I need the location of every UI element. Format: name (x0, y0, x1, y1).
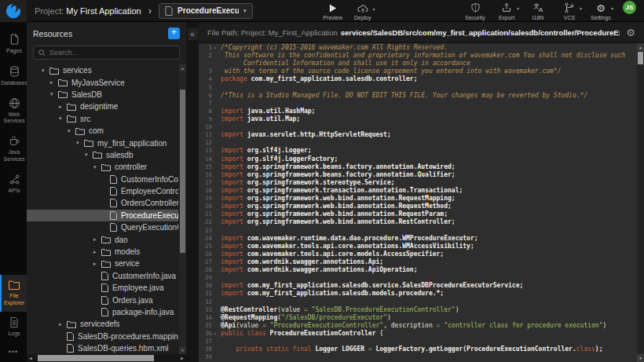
tree-item-models[interactable]: ▸models (27, 246, 178, 258)
code-line[interactable]: 19import org.springframework.web.bind.an… (199, 195, 644, 203)
chevron-down-icon[interactable]: ▾ (42, 68, 49, 74)
code-line[interactable]: 33@RestController(value = "SalesDB.Proce… (199, 306, 644, 314)
code-line[interactable]: 13import org.slf4j.Logger; (199, 147, 644, 155)
panel-splitter[interactable]: « (186, 22, 199, 362)
code-line[interactable]: 22import org.springframework.web.bind.an… (199, 218, 644, 226)
chevron-right-icon[interactable]: ▸ (93, 261, 101, 267)
tree-item-controller[interactable]: ▾controller (27, 161, 178, 173)
code-line[interactable]: 29 (199, 274, 644, 282)
tree-item-my-first-application[interactable]: ▾my_first_application (27, 137, 178, 148)
chevron-down-icon[interactable]: ▾ (68, 128, 75, 134)
tree-vertical-scrollbar[interactable]: ▲ ▼ (179, 64, 186, 354)
settings-button[interactable]: ⚙ Settings ▾ (588, 1, 613, 20)
scroll-down-icon[interactable]: ▼ (179, 346, 186, 354)
security-button[interactable]: Security (463, 1, 488, 20)
sidebar-item-logs[interactable]: Logs (0, 312, 27, 343)
user-avatar[interactable]: JS (623, 1, 636, 14)
code-line[interactable]: 37 (199, 338, 644, 346)
chevron-right-icon[interactable]: ▸ (93, 236, 101, 243)
code-line[interactable]: 32 (199, 298, 644, 306)
deploy-button[interactable]: Deploy ▾ (350, 2, 375, 20)
code-line[interactable]: 31import com.my_first_application.salesd… (199, 290, 644, 298)
tree-item-procedureexecutioncontroller-java[interactable]: ProcedureExecutionController.java (27, 210, 178, 221)
sidebar-item-web-services[interactable]: Web Services (0, 93, 27, 131)
tree-item-salesdb[interactable]: ▾salesdb (27, 149, 178, 161)
code-line[interactable]: 28import com.wordnik.swagger.annotations… (199, 266, 644, 274)
scroll-right-icon[interactable]: ▶ (178, 354, 186, 362)
code-line[interactable]: 7 (199, 100, 644, 108)
sidebar-item-databases[interactable]: Databases (0, 60, 27, 93)
tree-item-orders-java[interactable]: Orders.java (27, 294, 178, 305)
code-line[interactable]: 24import com.wavemaker.runtime.data.dao.… (199, 235, 644, 243)
chevron-right-icon[interactable]: ▸ (59, 321, 67, 327)
code-line[interactable]: 2 This software is the confidential and … (199, 52, 644, 60)
add-resource-button[interactable]: + (168, 27, 180, 39)
code-line[interactable]: 15import org.springframework.beans.facto… (199, 163, 644, 171)
chevron-down-icon[interactable]: ▾ (93, 164, 101, 170)
tree-item-package-info-java[interactable]: package-info.java (27, 306, 178, 318)
code-line[interactable]: 25import com.wavemaker.tools.api.core.an… (199, 243, 644, 250)
tree-item-services[interactable]: ▾services (27, 64, 178, 76)
sidebar-item-apis[interactable]: APIs (0, 169, 27, 200)
tree-item-salesdb[interactable]: ▾SalesDB (27, 89, 178, 101)
code-editor[interactable]: 1▾/*Copyright (c) 2015-2016 wavemaker.co… (199, 43, 644, 362)
code-line[interactable]: 1▾/*Copyright (c) 2015-2016 wavemaker.co… (199, 44, 644, 52)
scroll-left-icon[interactable]: ◀ (27, 354, 35, 362)
code-line[interactable]: 5 (199, 84, 644, 92)
i18n-button[interactable]: A I18N (525, 1, 551, 20)
code-line[interactable]: 8import java.util.HashMap; (199, 108, 644, 115)
chevron-down-icon[interactable]: ▾ (50, 91, 58, 97)
scrollbar-thumb[interactable] (180, 90, 185, 253)
chevron-down-icon[interactable]: ▾ (59, 115, 67, 122)
code-line[interactable]: 9import java.util.Map; (199, 115, 644, 123)
code-line[interactable]: 12 (199, 139, 644, 147)
tree-item-orderscontroller-java[interactable]: OrdersController.java (27, 197, 178, 209)
tree-horizontal-scrollbar[interactable]: ◀ ▶ (27, 354, 186, 362)
sidebar-overflow-button[interactable]: ••• (0, 343, 27, 362)
editor-settings-gear-icon[interactable]: ⚙ (626, 27, 635, 38)
code-line[interactable]: 38 private static final Logger LOGGER = … (199, 346, 644, 353)
code-line[interactable]: 4package com.my_first_application.salesd… (199, 75, 644, 83)
chevron-right-icon[interactable]: ▸ (50, 79, 58, 86)
tree-item-servicedefs[interactable]: ▸servicedefs (27, 318, 178, 330)
tree-item-customerinfo-java[interactable]: CustomerInfo.java (27, 270, 178, 282)
scroll-down-icon[interactable]: ▼ (637, 354, 644, 362)
editor-vertical-scrollbar[interactable]: ▲ ▼ (637, 43, 644, 362)
code-line[interactable]: Confidential Information and shall use i… (199, 60, 644, 68)
fold-marker-icon[interactable]: ▾ (212, 44, 218, 52)
scroll-up-icon[interactable]: ▲ (637, 43, 644, 51)
tree-item-salesdb-procedures-mappings-json[interactable]: SalesDB-procedures.mappings.json (27, 331, 178, 342)
code-line[interactable]: 21import org.springframework.web.bind.an… (199, 210, 644, 218)
code-line[interactable]: 18import org.springframework.transaction… (199, 187, 644, 195)
collapse-panel-button[interactable]: « (188, 28, 198, 40)
code-line[interactable]: 10 (199, 123, 644, 131)
chevron-down-icon[interactable]: ▾ (76, 140, 84, 146)
tree-item-customerinfocontroller-java[interactable]: CustomerInfoController.java (27, 174, 178, 185)
tree-item-src[interactable]: ▾src (27, 113, 178, 125)
tree-item-salesdb-queries-hbm-xml[interactable]: SalesDB-queries.hbm.xml (27, 342, 178, 354)
code-line[interactable]: 20import org.springframework.web.bind.an… (199, 203, 644, 210)
tree-item-com[interactable]: ▾com (27, 125, 178, 137)
code-line[interactable]: 30import com.my_first_application.salesd… (199, 282, 644, 290)
code-line[interactable]: 39 (199, 353, 644, 361)
search-input[interactable] (49, 49, 174, 57)
scrollbar-thumb[interactable] (638, 52, 643, 64)
code-line[interactable]: 36▾public class ProcedureExecutionContro… (199, 330, 644, 338)
chevron-right-icon[interactable]: ▸ (59, 104, 67, 110)
tree-item-dao[interactable]: ▸dao (27, 233, 178, 245)
scroll-up-icon[interactable]: ▲ (179, 64, 186, 72)
sidebar-item-pages[interactable]: Pages (0, 28, 27, 60)
code-line[interactable]: 23 (199, 227, 644, 235)
code-line[interactable]: 34@RequestMapping("/SalesDB/procedureExe… (199, 314, 644, 322)
sidebar-item-java-services[interactable]: Java Services (0, 130, 27, 169)
vcs-button[interactable]: VCS ▾ (557, 1, 582, 20)
chevron-down-icon[interactable]: ▾ (85, 152, 93, 158)
code-line[interactable]: 6/*This is a Studio Managed File. DO NOT… (199, 92, 644, 100)
tree-item-employeecontroller-java[interactable]: EmployeeController.java (27, 185, 178, 197)
code-line[interactable]: 27import com.wordnik.swagger.annotations… (199, 258, 644, 266)
tree-item-queryexecutioncontroller-java[interactable]: QueryExecutionController.java (27, 221, 178, 233)
tree-item-employee-java[interactable]: Employee.java (27, 282, 178, 294)
search-box[interactable] (33, 46, 180, 60)
code-line[interactable]: 3 with the terms of the source code lice… (199, 68, 644, 75)
fold-marker-icon[interactable]: ▾ (212, 330, 218, 338)
